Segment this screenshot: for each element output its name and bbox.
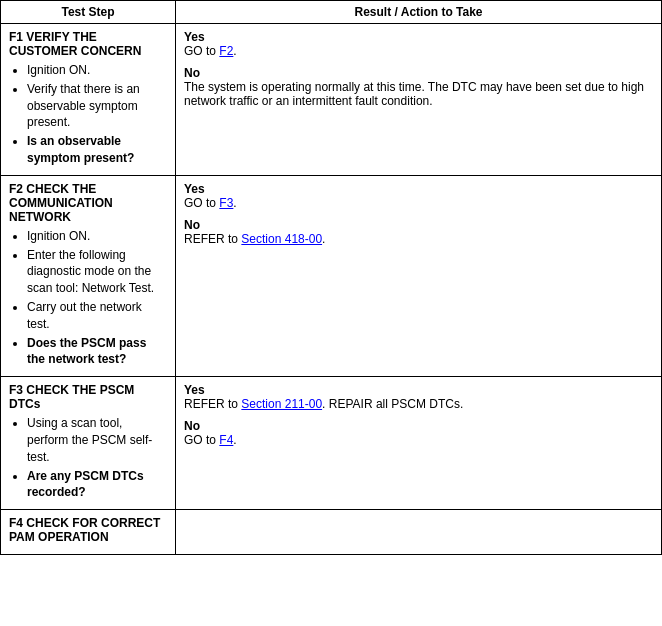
bullet-item: Carry out the network test. bbox=[27, 299, 167, 333]
result-cell bbox=[176, 510, 661, 554]
bullet-item: Verify that there is an observable sympt… bbox=[27, 81, 167, 131]
result-link[interactable]: F3 bbox=[219, 196, 233, 210]
bullet-item: Is an observable symptom present? bbox=[27, 133, 167, 167]
result-label: Yes bbox=[184, 30, 205, 44]
result-label: Yes bbox=[184, 383, 205, 397]
step-cell: F1 VERIFY THE CUSTOMER CONCERNIgnition O… bbox=[1, 24, 176, 175]
result-link[interactable]: Section 211-00 bbox=[241, 397, 322, 411]
result-cell: YesREFER to Section 211-00. REPAIR all P… bbox=[176, 377, 661, 509]
bullet-item: Enter the following diagnostic mode on t… bbox=[27, 247, 167, 297]
step-title: F3 CHECK THE PSCM DTCs bbox=[9, 383, 167, 411]
bullet-list: Ignition ON.Enter the following diagnost… bbox=[9, 228, 167, 368]
result-label: No bbox=[184, 419, 200, 433]
result-label: Yes bbox=[184, 182, 205, 196]
result-block: NoGO to F4. bbox=[184, 419, 653, 447]
table-row: F4 CHECK FOR CORRECT PAM OPERATION bbox=[1, 510, 661, 554]
result-link[interactable]: F2 bbox=[219, 44, 233, 58]
result-block: NoThe system is operating normally at th… bbox=[184, 66, 653, 108]
bullet-item: Using a scan tool, perform the PSCM self… bbox=[27, 415, 167, 465]
table-row: F1 VERIFY THE CUSTOMER CONCERNIgnition O… bbox=[1, 24, 661, 176]
step-cell: F4 CHECK FOR CORRECT PAM OPERATION bbox=[1, 510, 176, 554]
result-link[interactable]: F4 bbox=[219, 433, 233, 447]
bullet-list: Ignition ON.Verify that there is an obse… bbox=[9, 62, 167, 167]
step-title: F4 CHECK FOR CORRECT PAM OPERATION bbox=[9, 516, 167, 544]
bullet-item: Are any PSCM DTCs recorded? bbox=[27, 468, 167, 502]
table-row: F2 CHECK THE COMMUNICATION NETWORKIgniti… bbox=[1, 176, 661, 377]
table-body: F1 VERIFY THE CUSTOMER CONCERNIgnition O… bbox=[1, 24, 661, 554]
bullet-item: Does the PSCM pass the network test? bbox=[27, 335, 167, 369]
result-cell: YesGO to F3.NoREFER to Section 418-00. bbox=[176, 176, 661, 376]
bullet-item: Ignition ON. bbox=[27, 62, 167, 79]
result-block: YesREFER to Section 211-00. REPAIR all P… bbox=[184, 383, 653, 411]
diagnostic-table: Test Step Result / Action to Take F1 VER… bbox=[0, 0, 662, 555]
result-link[interactable]: Section 418-00 bbox=[241, 232, 322, 246]
step-cell: F2 CHECK THE COMMUNICATION NETWORKIgniti… bbox=[1, 176, 176, 376]
result-label: No bbox=[184, 66, 200, 80]
header-col-step: Test Step bbox=[1, 1, 176, 23]
result-block: NoREFER to Section 418-00. bbox=[184, 218, 653, 246]
table-header: Test Step Result / Action to Take bbox=[1, 1, 661, 24]
step-cell: F3 CHECK THE PSCM DTCsUsing a scan tool,… bbox=[1, 377, 176, 509]
result-cell: YesGO to F2.NoThe system is operating no… bbox=[176, 24, 661, 175]
table-row: F3 CHECK THE PSCM DTCsUsing a scan tool,… bbox=[1, 377, 661, 510]
bullet-list: Using a scan tool, perform the PSCM self… bbox=[9, 415, 167, 501]
header-col-result: Result / Action to Take bbox=[176, 1, 661, 23]
result-block: YesGO to F3. bbox=[184, 182, 653, 210]
result-label: No bbox=[184, 218, 200, 232]
bullet-item: Ignition ON. bbox=[27, 228, 167, 245]
step-title: F2 CHECK THE COMMUNICATION NETWORK bbox=[9, 182, 167, 224]
result-block: YesGO to F2. bbox=[184, 30, 653, 58]
step-title: F1 VERIFY THE CUSTOMER CONCERN bbox=[9, 30, 167, 58]
